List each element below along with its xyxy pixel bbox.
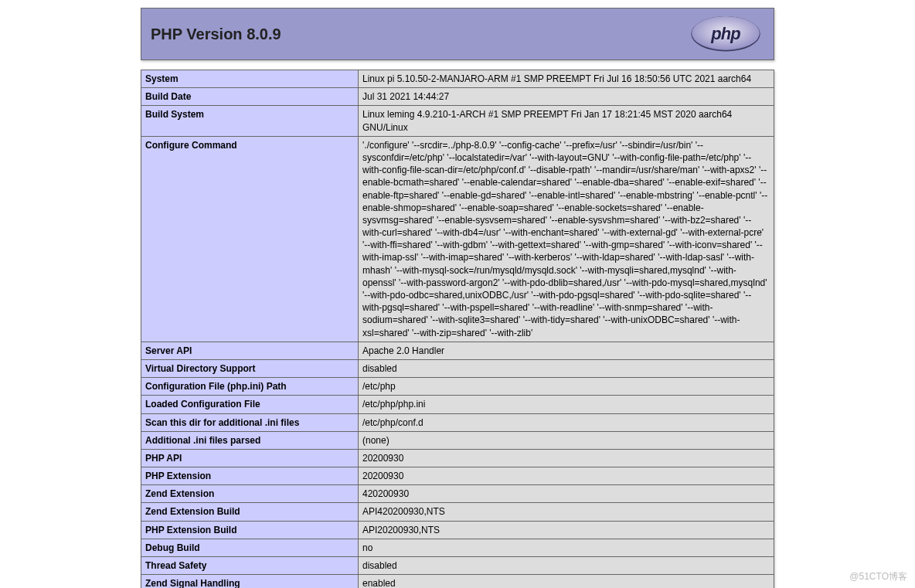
info-key: Server API xyxy=(141,342,359,359)
info-key: System xyxy=(141,70,359,88)
info-key: Scan this dir for additional .ini files xyxy=(141,413,359,431)
table-row: Thread Safetydisabled xyxy=(141,557,774,575)
table-row: Loaded Configuration File/etc/php/php.in… xyxy=(141,396,774,413)
info-value: './configure' '--srcdir=../php-8.0.9' '-… xyxy=(359,136,774,342)
info-key: Virtual Directory Support xyxy=(141,359,359,377)
table-row: Build SystemLinux leming 4.9.210-1-ARCH … xyxy=(141,106,774,136)
table-row: SystemLinux pi 5.10.50-2-MANJARO-ARM #1 … xyxy=(141,70,774,88)
table-row: Build DateJul 31 2021 14:44:27 xyxy=(141,88,774,106)
page-title: PHP Version 8.0.9 xyxy=(151,25,281,43)
info-value: (none) xyxy=(359,431,774,449)
info-value: /etc/php/php.ini xyxy=(359,396,774,413)
page-container: PHP Version 8.0.9 php SystemLinux pi 5.1… xyxy=(141,8,774,588)
table-row: PHP API20200930 xyxy=(141,449,774,467)
info-key: Configuration File (php.ini) Path xyxy=(141,378,359,396)
table-row: PHP Extension20200930 xyxy=(141,467,774,485)
info-key: Debug Build xyxy=(141,539,359,556)
info-key: Additional .ini files parsed xyxy=(141,431,359,449)
info-key: Loaded Configuration File xyxy=(141,396,359,413)
phpinfo-table: SystemLinux pi 5.10.50-2-MANJARO-ARM #1 … xyxy=(141,70,774,588)
info-key: PHP Extension xyxy=(141,467,359,485)
info-value: 420200930 xyxy=(359,485,774,503)
table-row: Additional .ini files parsed(none) xyxy=(141,431,774,449)
info-value: disabled xyxy=(359,359,774,377)
info-value: Linux pi 5.10.50-2-MANJARO-ARM #1 SMP PR… xyxy=(359,70,774,88)
info-value: 20200930 xyxy=(359,467,774,485)
table-row: Scan this dir for additional .ini files/… xyxy=(141,413,774,431)
info-key: Zend Signal Handling xyxy=(141,575,359,588)
info-value: /etc/php/conf.d xyxy=(359,413,774,431)
watermark: @51CTO博客 xyxy=(849,570,907,583)
info-value: API20200930,NTS xyxy=(359,521,774,539)
table-row: Zend Extension BuildAPI420200930,NTS xyxy=(141,503,774,521)
info-key: Build Date xyxy=(141,88,359,106)
info-value: enabled xyxy=(359,575,774,588)
info-value: API420200930,NTS xyxy=(359,503,774,521)
info-value: Linux leming 4.9.210-1-ARCH #1 SMP PREEM… xyxy=(359,106,774,136)
info-key: Configure Command xyxy=(141,136,359,342)
info-value: disabled xyxy=(359,557,774,575)
info-value: Jul 31 2021 14:44:27 xyxy=(359,88,774,106)
table-row: Virtual Directory Supportdisabled xyxy=(141,359,774,377)
table-row: PHP Extension BuildAPI20200930,NTS xyxy=(141,521,774,539)
table-row: Server APIApache 2.0 Handler xyxy=(141,342,774,359)
php-logo: php xyxy=(685,13,766,56)
table-row: Debug Buildno xyxy=(141,539,774,556)
info-key: Thread Safety xyxy=(141,557,359,575)
info-key: Zend Extension Build xyxy=(141,503,359,521)
info-key: Zend Extension xyxy=(141,485,359,503)
table-row: Configuration File (php.ini) Path/etc/ph… xyxy=(141,378,774,396)
svg-text:php: php xyxy=(710,24,740,43)
table-row: Configure Command'./configure' '--srcdir… xyxy=(141,136,774,342)
info-key: Build System xyxy=(141,106,359,136)
info-key: PHP API xyxy=(141,449,359,467)
info-value: 20200930 xyxy=(359,449,774,467)
info-value: no xyxy=(359,539,774,556)
table-row: Zend Extension420200930 xyxy=(141,485,774,503)
table-row: Zend Signal Handlingenabled xyxy=(141,575,774,588)
info-value: /etc/php xyxy=(359,378,774,396)
info-value: Apache 2.0 Handler xyxy=(359,342,774,359)
info-key: PHP Extension Build xyxy=(141,521,359,539)
header-bar: PHP Version 8.0.9 php xyxy=(141,8,774,60)
